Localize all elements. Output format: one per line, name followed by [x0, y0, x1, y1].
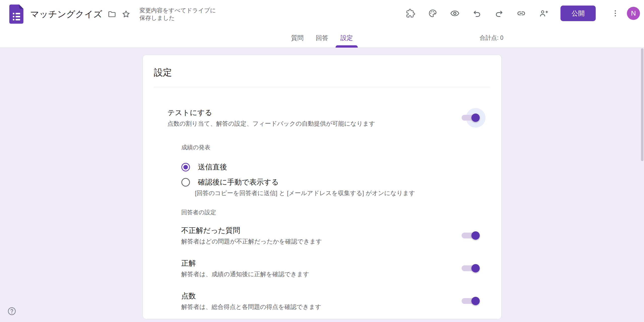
redo-icon — [495, 9, 504, 18]
grade-release-label: 成績の発表 — [181, 144, 478, 151]
person-add-icon — [539, 9, 548, 18]
help-icon — [7, 312, 16, 316]
toggle-thumb — [471, 264, 480, 272]
correct-answers-title: 正解 — [181, 258, 309, 268]
radio-icon — [181, 163, 190, 171]
tab-settings[interactable]: 設定 — [336, 28, 358, 48]
app-header: マッチングクイズ 変更内容をすべてドライブに保存しました — [0, 0, 644, 48]
respondent-settings-label: 回答者の設定 — [181, 208, 478, 216]
toggle-thumb — [471, 231, 480, 240]
total-points-label: 合計点: 0 — [479, 34, 503, 42]
tab-questions[interactable]: 質問 — [286, 28, 308, 48]
point-values-toggle[interactable] — [462, 298, 478, 304]
form-title[interactable]: マッチングクイズ — [30, 8, 102, 20]
star-button[interactable] — [120, 8, 132, 20]
tab-bar: 質問 回答 設定 合計点: 0 — [0, 28, 644, 48]
vertical-scrollbar[interactable] — [641, 48, 643, 161]
toggle-thumb — [471, 297, 480, 305]
point-values-row: 点数 解答者は、総合得点と各問題の得点を確認できます — [181, 291, 478, 311]
redo-button[interactable] — [493, 7, 505, 19]
correct-answers-text: 正解 解答者は、成績の通知後に正解を確認できます — [181, 258, 309, 278]
eye-icon — [450, 9, 459, 18]
settings-card: 設定 テストにする 点数の割り当て、解答の設定、フィードバックの自動提供が可能に… — [143, 55, 502, 319]
point-values-title: 点数 — [181, 291, 321, 301]
point-values-description: 解答者は、総合得点と各問題の得点を確認できます — [181, 303, 321, 311]
tab-responses[interactable]: 回答 — [311, 28, 333, 48]
make-quiz-description: 点数の割り当て、解答の設定、フィードバックの自動提供が可能になります — [168, 120, 375, 127]
radio-option-after-review[interactable]: 確認後に手動で表示する — [181, 177, 478, 187]
puzzle-icon — [406, 9, 415, 18]
palette-icon — [428, 9, 437, 18]
make-quiz-title: テストにする — [168, 108, 375, 117]
grade-release-section: 成績の発表 送信直後 確認後に手動で表示する [回答のコピーを回答者に送信] と… — [181, 144, 478, 197]
heading-divider — [154, 87, 490, 87]
preview-button[interactable] — [449, 7, 461, 19]
settings-heading: 設定 — [143, 55, 501, 79]
help-button[interactable] — [7, 307, 16, 316]
copy-link-button[interactable] — [515, 7, 527, 19]
point-values-text: 点数 解答者は、総合得点と各問題の得点を確認できます — [181, 291, 321, 311]
radio-option-label: 送信直後 — [198, 162, 227, 172]
radio-icon — [181, 178, 190, 187]
respondent-section: 回答者の設定 不正解だった質問 解答者はどの問題が不正解だったかを確認できます … — [181, 208, 478, 311]
correct-answers-description: 解答者は、成績の通知後に正解を確認できます — [181, 270, 309, 278]
missed-questions-title: 不正解だった質問 — [181, 226, 322, 235]
toggle-thumb — [471, 114, 480, 122]
add-collaborators-button[interactable] — [537, 7, 549, 19]
make-quiz-row: テストにする 点数の割り当て、解答の設定、フィードバックの自動提供が可能になりま… — [168, 108, 478, 127]
undo-icon — [472, 9, 481, 18]
customize-theme-button[interactable] — [427, 7, 439, 19]
undo-button[interactable] — [471, 7, 483, 19]
link-icon — [517, 9, 526, 18]
make-quiz-toggle[interactable] — [462, 115, 478, 121]
more-options-button[interactable] — [609, 7, 621, 19]
folder-icon — [107, 10, 116, 19]
title-actions — [106, 8, 132, 20]
move-to-folder-button[interactable] — [106, 8, 118, 20]
missed-questions-row: 不正解だった質問 解答者はどの問題が不正解だったかを確認できます — [181, 226, 478, 245]
header-actions: 公開 N — [394, 0, 640, 27]
correct-answers-row: 正解 解答者は、成績の通知後に正解を確認できます — [181, 258, 478, 278]
radio-option-label: 確認後に手動で表示する — [198, 177, 279, 187]
save-status-text[interactable]: 変更内容をすべてドライブに保存しました — [140, 7, 220, 22]
radio-option-note: [回答のコピーを回答者に送信] と [メールアドレスを収集する] がオンになりま… — [195, 189, 478, 197]
main-content: 設定 テストにする 点数の割り当て、解答の設定、フィードバックの自動提供が可能に… — [0, 48, 644, 322]
correct-answers-toggle[interactable] — [462, 265, 478, 271]
missed-questions-toggle[interactable] — [462, 233, 478, 238]
missed-questions-description: 解答者はどの問題が不正解だったかを確認できます — [181, 238, 322, 245]
make-quiz-text: テストにする 点数の割り当て、解答の設定、フィードバックの自動提供が可能になりま… — [168, 108, 375, 127]
star-icon — [122, 10, 131, 19]
more-vert-icon — [611, 9, 620, 18]
radio-option-immediately[interactable]: 送信直後 — [181, 162, 478, 172]
account-avatar[interactable]: N — [627, 7, 640, 20]
addons-button[interactable] — [405, 7, 417, 19]
missed-questions-text: 不正解だった質問 解答者はどの問題が不正解だったかを確認できます — [181, 226, 322, 245]
publish-button[interactable]: 公開 — [560, 6, 596, 21]
google-forms-logo-icon[interactable] — [9, 5, 23, 24]
